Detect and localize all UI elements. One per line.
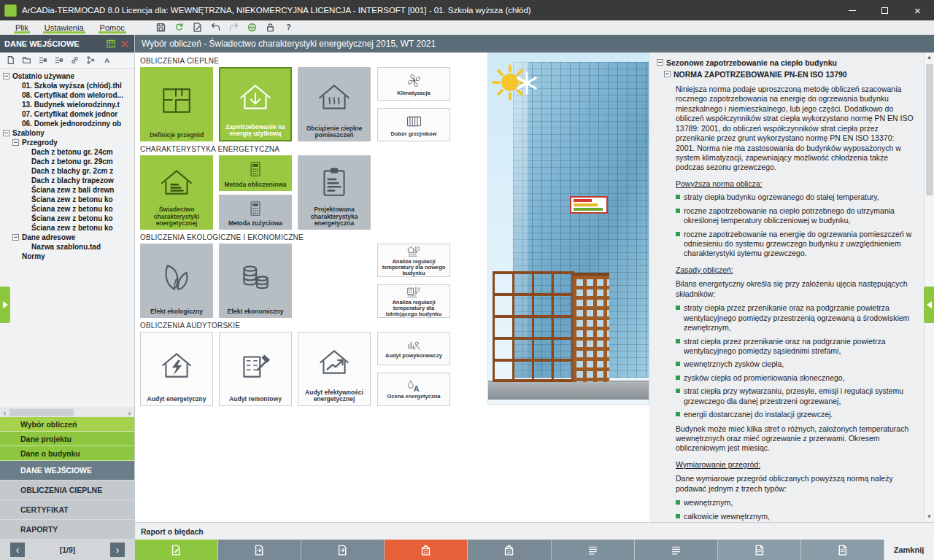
sidebar-nav: Wybór obliczeńDane projektuDane o budynk… xyxy=(0,417,134,540)
tree-item-01-szko-a-wy-sza-ch-d-thl[interactable]: 01. Szkoła wyższa (chłód).thl xyxy=(0,81,134,90)
tree-item-ciana-zew-z-bali-drewn[interactable]: Ściana zew z bali drewn xyxy=(0,185,134,195)
sidebar-nav-certyfikat[interactable]: CERTYFIKAT xyxy=(0,500,134,520)
toolbar-globe-button[interactable] xyxy=(244,21,260,34)
toolbar-redo-button[interactable] xyxy=(226,21,242,34)
tree-item-13-budynek-wielorodzinny-t[interactable]: 13. Budynek wielorodzinny.t xyxy=(0,100,134,109)
scrollbar-track[interactable] xyxy=(9,408,125,418)
house-energy-icon xyxy=(158,158,195,206)
tile-efekt-ekologiczny[interactable]: Efekt ekologiczny xyxy=(140,244,213,318)
menu-item-plik[interactable]: Plik xyxy=(7,20,36,34)
sidebar-tool-open-document-button[interactable] xyxy=(20,54,33,66)
energy-bar-green xyxy=(574,208,603,211)
tile-analiza-regulacji-temperatury-dla-istniej-cego-budynku[interactable]: Analiza regulacji temperatury dla istnie… xyxy=(377,284,450,318)
menu-item-pomoc[interactable]: Pomoc xyxy=(92,20,133,34)
sidebar-nav-wyb-r-oblicze[interactable]: Wybór obliczeń xyxy=(0,417,134,432)
scroll-left-button[interactable]: ‹ xyxy=(0,408,9,418)
sidebar-nav-obliczenia-cieplne[interactable]: OBLICZENIA CIEPLNE xyxy=(0,481,134,500)
tree-item-normy[interactable]: Normy xyxy=(0,252,134,261)
sidebar-tool-branch-button[interactable] xyxy=(84,54,97,66)
minimize-button[interactable] xyxy=(835,0,868,20)
tree-item-08-certyfikat-dom-wielorod[interactable]: 08. Certyfikat dom wielorod... xyxy=(0,90,134,100)
sidebar-nav-dane-projektu[interactable]: Dane projektu xyxy=(0,432,134,446)
maximize-button[interactable] xyxy=(868,0,901,20)
tile-ocena-energetyczna[interactable]: AOcena energetyczna xyxy=(377,373,450,406)
toolbar-save-button[interactable] xyxy=(153,21,169,34)
toolbar-undo-button[interactable] xyxy=(208,21,224,34)
close-view-button[interactable]: Zamknij xyxy=(884,540,934,560)
tile-audyt-energetyczny[interactable]: Audyt energetyczny xyxy=(140,332,213,406)
tree-expander-icon[interactable]: − xyxy=(3,73,9,79)
scroll-right-button[interactable]: › xyxy=(125,408,134,418)
error-report-bar[interactable]: Raport o błędach xyxy=(135,522,934,540)
tree-item-ostatnio-u-ywane[interactable]: −Ostatnio używane xyxy=(0,71,134,81)
tree-expander-icon[interactable]: − xyxy=(12,234,19,241)
tile-projektowana-charakterystyka-energetyczna[interactable]: Projektowana charakterystyka energetyczn… xyxy=(298,155,371,230)
expand-right-panel-button[interactable] xyxy=(924,287,934,323)
tree-horizontal-scrollbar[interactable]: ‹ › xyxy=(0,408,134,417)
expand-left-panel-button[interactable] xyxy=(0,287,10,323)
prev-page-button[interactable]: ‹ xyxy=(10,542,25,557)
tile-dob-r-grzejnik-w[interactable]: Dobór grzejników xyxy=(377,108,450,141)
document-button-2[interactable] xyxy=(301,540,385,560)
tree-item-06-domek-jednorodzinny-ob[interactable]: 06. Domek jednorodzinny ob xyxy=(0,119,134,128)
tile-klimatyzacja[interactable]: Klimatyzacja xyxy=(377,67,450,101)
scrollbar-thumb[interactable] xyxy=(926,64,933,195)
tile-obci-enie-cieplne-pomieszcze[interactable]: Obciążenie cieplne pomieszczeń xyxy=(298,67,371,141)
sidebar-nav-dane-wej-ciowe[interactable]: DANE WEJŚCIOWE xyxy=(0,461,134,481)
menu-item-ustawienia[interactable]: Ustawienia xyxy=(36,20,92,34)
tree-item-07-certyfikat-domek-jednor[interactable]: 07. Certyfikat domek jednor xyxy=(0,109,134,119)
tile-analiza-regulacji-temperatury-dla-nowego-budynku[interactable]: Analiza regulacji temperatury dla nowego… xyxy=(377,244,450,277)
document-button-1[interactable] xyxy=(218,540,301,560)
list-button-1[interactable] xyxy=(552,540,635,560)
tile-definicje-przegr-d[interactable]: Definicje przegród xyxy=(140,67,213,141)
redo-icon xyxy=(228,22,239,33)
building-icon xyxy=(420,544,432,556)
toolbar-lock-button[interactable] xyxy=(263,21,279,34)
tile-zapotrzebowanie-na-energi-u-ytkow[interactable]: Zapotrzebowanie na energię użytkową xyxy=(219,67,292,141)
sidebar-tool-expand-all-button[interactable] xyxy=(36,54,49,66)
sidebar-nav-dane-o-budynku[interactable]: Dane o budynku xyxy=(0,446,134,461)
tile-metoda-obliczeniowa[interactable]: Metoda obliczeniowa xyxy=(219,155,292,191)
tile-efekt-ekonomiczny[interactable]: Efekt ekonomiczny xyxy=(219,244,292,318)
tile-metoda-zu-yciowa[interactable]: Metoda zużyciowa xyxy=(219,195,292,230)
tree-item-dach-z-blachy-gr-2cm-z[interactable]: Dach z blachy gr. 2cm z xyxy=(0,166,134,176)
building-button-active[interactable] xyxy=(385,540,468,560)
tree-item-dach-z-betonu-gr-29cm[interactable]: Dach z betonu gr. 29cm xyxy=(0,157,134,166)
page-button-2[interactable] xyxy=(801,540,884,560)
scroll-down-button[interactable]: ▼ xyxy=(925,512,934,522)
building-button[interactable] xyxy=(468,540,551,560)
scroll-up-button[interactable]: ▲ xyxy=(925,52,934,63)
tree-expander-icon[interactable]: − xyxy=(3,130,9,136)
tree-expander-icon[interactable]: − xyxy=(12,139,19,146)
close-window-button[interactable]: × xyxy=(901,0,934,20)
sidebar-tool-font-button[interactable]: A xyxy=(100,54,113,66)
tree-item-ciana-zew-z-betonu-ko[interactable]: Ściana zew z betonu ko xyxy=(0,223,134,233)
sidebar-nav-raporty[interactable]: RAPORTY xyxy=(0,520,134,540)
tile-audyt-remontowy[interactable]: Audyt remontowy xyxy=(219,332,292,406)
tree-item-ciana-zew-z-betonu-ko[interactable]: Ściana zew z betonu ko xyxy=(0,195,134,204)
toolbar-help-button[interactable]: ? xyxy=(281,21,297,34)
tile-audyt-powykonawczy[interactable]: Audyt powykonawczy xyxy=(377,332,450,365)
tile-wiadectwo-charakterystyki-energetycznej[interactable]: Świadectwo charakterystyki energetycznej xyxy=(140,155,213,230)
next-page-button[interactable]: › xyxy=(110,542,125,557)
tile-audyt-efektywno-ci-energetycznej[interactable]: Audyt efektywności energetycznej xyxy=(298,332,371,406)
tree-item-szablony[interactable]: −Szablony xyxy=(0,128,134,138)
tree-item-przegrody[interactable]: −Przegrody xyxy=(0,138,134,147)
sidebar-tool-new-document-button[interactable] xyxy=(4,54,17,66)
sidebar-tool-collapse-all-button[interactable] xyxy=(52,54,65,66)
collapse-icon[interactable]: − xyxy=(657,59,663,66)
tree-item-dane-adresowe[interactable]: −Dane adresowe xyxy=(0,233,134,242)
scrollbar-thumb[interactable] xyxy=(9,409,74,416)
report-green-button[interactable] xyxy=(135,540,218,560)
page-button-1[interactable] xyxy=(718,540,801,560)
list-button-2[interactable] xyxy=(635,540,718,560)
tree-item-ciana-zew-z-betonu-ko[interactable]: Ściana zew z betonu ko xyxy=(0,204,134,214)
tree-item-dach-z-betonu-gr-24cm[interactable]: Dach z betonu gr. 24cm xyxy=(0,147,134,157)
toolbar-edit-document-button[interactable] xyxy=(190,21,206,34)
collapse-icon[interactable]: − xyxy=(664,71,671,77)
sidebar-tool-link-button[interactable] xyxy=(68,54,81,66)
tree-item-nazwa-szablonu-tad[interactable]: Nazwa szablonu.tad xyxy=(0,242,134,252)
tree-item-ciana-zew-z-betonu-ko[interactable]: Ściana zew z betonu ko xyxy=(0,214,134,223)
toolbar-refresh-button[interactable] xyxy=(171,21,188,34)
tree-item-dach-z-blachy-trapezow[interactable]: Dach z blachy trapezow xyxy=(0,176,134,185)
